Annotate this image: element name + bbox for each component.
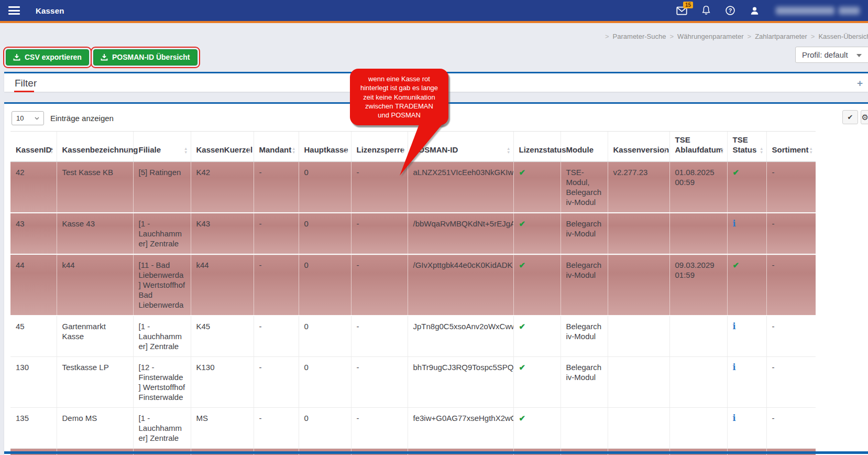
filter-expand-icon[interactable]: + xyxy=(857,78,863,89)
cell xyxy=(608,357,669,408)
menu-toggle-icon[interactable] xyxy=(8,6,20,15)
filter-title[interactable]: Filter xyxy=(15,78,37,89)
cell: - xyxy=(254,162,299,213)
top-navbar: Kassen 15 ? xyxy=(0,0,868,23)
status-ok-icon: ✔ xyxy=(519,363,526,372)
column-header-label: Filiale xyxy=(139,145,161,154)
cell xyxy=(669,316,727,357)
cell: 0 xyxy=(299,357,351,408)
column-header-tse-status[interactable]: TSE Status▲▼ xyxy=(727,132,766,162)
column-settings-button[interactable]: ⚙⚙︎ xyxy=(861,110,868,124)
status-info-icon[interactable]: i xyxy=(733,362,736,372)
breadcrumb-separator: > xyxy=(811,32,815,40)
cell: i xyxy=(727,316,766,357)
column-header-hauptkasse[interactable]: Hauptkasse▲▼ xyxy=(299,132,351,162)
sort-icon: ▲▼ xyxy=(720,147,724,154)
export-toolbar: CSV exportieren POSMAN-ID Übersicht xyxy=(3,47,200,68)
cell: Belegarchiv-Modul xyxy=(561,254,608,316)
status-ok-icon: ✔ xyxy=(519,168,526,177)
column-header-mandant[interactable]: Mandant▲▼ xyxy=(254,132,299,162)
status-ok-icon: ✔ xyxy=(733,261,740,269)
cell: - xyxy=(351,408,408,449)
annotation-highlight: POSMAN-ID Übersicht xyxy=(91,47,200,68)
cell: - xyxy=(351,254,408,316)
column-header-posman-id[interactable]: POSMAN-ID▲▼ xyxy=(408,132,513,162)
kassen-table-panel: 10 Einträge anzeigen ✔ ⚙⚙︎ KassenID▲▼Kas… xyxy=(4,102,868,455)
sort-icon: ▲▼ xyxy=(126,147,130,154)
breadcrumb-item[interactable]: Parameter-Suche xyxy=(613,32,666,40)
cell: - xyxy=(254,316,299,357)
table-buttons: ✔ ⚙⚙︎ xyxy=(842,110,868,124)
annotation-underline xyxy=(14,91,34,92)
username-redacted xyxy=(776,7,860,15)
cell: - xyxy=(766,254,816,316)
download-icon xyxy=(13,53,20,61)
status-info-icon[interactable]: i xyxy=(733,219,736,229)
sort-icon: ▲▼ xyxy=(401,147,404,154)
status-info-icon[interactable]: i xyxy=(733,321,736,331)
csv-export-button[interactable]: CSV exportieren xyxy=(6,49,89,66)
cell: JpTn8g0C5xsoAnv2oWxCwwA0 xyxy=(408,316,513,357)
svg-text:?: ? xyxy=(729,7,732,14)
cell: - xyxy=(351,316,408,357)
column-header-sortiment[interactable]: Sortiment▲▼ xyxy=(766,132,816,162)
status-ok-icon: ✔ xyxy=(519,219,526,228)
cell xyxy=(669,357,727,408)
cell: i xyxy=(727,408,766,449)
profile-select[interactable]: Profil: default xyxy=(795,47,868,63)
cell: K45 xyxy=(191,316,254,357)
status-info-icon[interactable]: i xyxy=(733,413,736,423)
notifications-bell-icon[interactable] xyxy=(701,5,711,16)
download-icon xyxy=(101,53,108,61)
messages-badge: 15 xyxy=(683,2,693,8)
cell: 130 xyxy=(10,357,57,408)
cell: Kasse 43 xyxy=(57,213,133,254)
breadcrumb-item[interactable]: Zahlartparameter xyxy=(755,32,807,40)
cell: - xyxy=(766,357,816,408)
cell xyxy=(608,254,669,316)
cell: 01.08.2025 00:59 xyxy=(669,162,727,213)
chevron-down-icon xyxy=(856,54,862,57)
cell: 0 xyxy=(299,254,351,316)
status-ok-icon: ✔ xyxy=(733,168,740,177)
column-header-kassenversion[interactable]: Kassenversion▲▼ xyxy=(608,132,669,162)
cell: - xyxy=(351,162,408,213)
column-header-label: POSMAN-ID xyxy=(413,145,458,154)
column-header-lizenzstatus[interactable]: Lizenzstatus xyxy=(513,132,561,162)
cell: bhTr9ugCJ3RQ9Tospc5SPQAO xyxy=(408,357,513,408)
cell: ✔ xyxy=(513,316,561,357)
cell: aLNZX251VIcEeh03NkGKIwAu xyxy=(408,162,513,213)
cell: ✔ xyxy=(727,162,766,213)
user-icon[interactable] xyxy=(750,6,760,16)
column-header-kassenkuerzel[interactable]: KassenKuerzel▲▼ xyxy=(191,132,254,162)
cell: ✔ xyxy=(513,254,561,316)
page-title: Kassen xyxy=(36,6,64,15)
column-header-lizenzsperre[interactable]: Lizenzsperre▲▼ xyxy=(351,132,408,162)
column-header-filiale[interactable]: Filiale▲▼ xyxy=(133,132,191,162)
column-header-label: KassenKuerzel xyxy=(196,145,253,154)
messages-icon[interactable]: 15 xyxy=(676,6,687,15)
column-header-module[interactable]: Module xyxy=(561,132,608,162)
column-header-kassenbezeichnung[interactable]: Kassenbezeichnung▲▼ xyxy=(57,132,133,162)
bottom-blue-bar xyxy=(4,451,868,454)
cell: - xyxy=(766,213,816,254)
breadcrumb-item[interactable]: Währungenparameter xyxy=(677,32,743,40)
cell: 0 xyxy=(299,213,351,254)
confirm-button[interactable]: ✔ xyxy=(842,110,858,124)
column-header-label: Kassenversion xyxy=(613,145,669,154)
cell: ✔ xyxy=(513,357,561,408)
posman-id-overview-button[interactable]: POSMAN-ID Übersicht xyxy=(93,49,197,66)
cell: 42 xyxy=(10,162,57,213)
breadcrumb-separator: > xyxy=(605,32,609,40)
cell: Belegarchiv-Modul xyxy=(561,316,608,357)
breadcrumb-item[interactable]: Kassen-Übersicht xyxy=(818,32,868,40)
sort-icon: ▲▼ xyxy=(344,147,348,154)
column-header-kassenid[interactable]: KassenID▲▼ xyxy=(10,132,57,162)
cell: Testkasse LP xyxy=(57,357,133,408)
help-icon[interactable]: ? xyxy=(725,5,735,16)
cell: MS xyxy=(191,408,254,449)
column-header-tse-ablaufdatum[interactable]: TSE Ablaufdatum▲▼ xyxy=(669,132,727,162)
cell: - xyxy=(254,254,299,316)
page-size-select[interactable]: 10 xyxy=(12,111,44,125)
column-header-label: Mandant xyxy=(259,145,292,154)
